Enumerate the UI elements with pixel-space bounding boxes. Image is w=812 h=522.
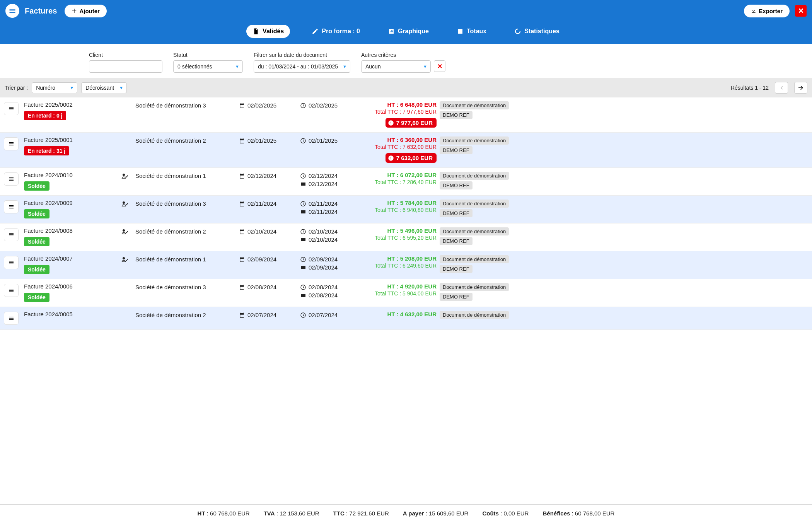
select-value: Aucun xyxy=(365,63,381,70)
tag: Document de démonstration xyxy=(440,101,509,109)
invoice-name: Facture 2024/0006 xyxy=(24,283,132,290)
invoice-row[interactable]: Facture 2024/0009SoldéeSociété de démons… xyxy=(0,196,812,223)
amount-ht: HT : 6 648,00 EUR xyxy=(361,101,437,108)
clear-filter-button[interactable]: ✕ xyxy=(434,60,445,72)
svg-point-0 xyxy=(515,29,520,34)
svg-point-5 xyxy=(123,174,125,176)
tab-label: Validés xyxy=(263,28,284,35)
row-menu-button[interactable] xyxy=(4,284,19,297)
status-badge: Soldée xyxy=(24,293,49,302)
status-badge: Soldée xyxy=(24,237,49,246)
tab-proforma[interactable]: Pro forma : 0 xyxy=(305,25,366,38)
paid-date: 02/11/2024 xyxy=(309,208,338,215)
row-menu-button[interactable] xyxy=(4,172,19,186)
sort-field-select[interactable]: Numéro ▼ xyxy=(32,82,77,93)
invoice-row[interactable]: Facture 2025/0001En retard : 31 jSociété… xyxy=(0,133,812,168)
tab-graphique[interactable]: Graphique xyxy=(382,25,435,38)
chevron-down-icon: ▼ xyxy=(423,64,427,69)
tag: DEMO REF xyxy=(440,265,473,273)
export-button-label: Exporter xyxy=(759,8,783,14)
footer-benef-label: Bénéfices xyxy=(542,510,570,517)
next-page-button[interactable] xyxy=(794,82,807,94)
clock-icon xyxy=(300,229,306,235)
plus-icon xyxy=(72,8,77,14)
company-name: Société de démonstration 3 xyxy=(135,101,236,109)
footer-ht-val: : 60 768,00 EUR xyxy=(205,510,250,517)
arrow-right-icon xyxy=(797,84,804,91)
row-menu-button[interactable] xyxy=(4,137,19,150)
invoice-name: Facture 2024/0005 xyxy=(24,311,132,317)
company-name: Société de démonstration 1 xyxy=(135,172,236,179)
clock-icon xyxy=(300,173,306,179)
paid-date: 02/12/2024 xyxy=(309,181,338,187)
tab-totaux[interactable]: Totaux xyxy=(450,25,493,38)
row-menu-button[interactable] xyxy=(4,256,19,269)
company-name: Société de démonstration 3 xyxy=(135,200,236,207)
tag: Document de démonstration xyxy=(440,136,509,145)
alert-icon xyxy=(388,155,394,161)
sortbar-label: Trier par : xyxy=(5,85,28,91)
signature-icon xyxy=(121,172,128,179)
results-count: Résultats 1 - 12 xyxy=(731,85,769,91)
row-menu-button[interactable] xyxy=(4,312,19,325)
amount-ttc: Total TTC : 6 595,20 EUR xyxy=(361,235,437,241)
invoice-row[interactable]: Facture 2024/0010SoldéeSociété de démons… xyxy=(0,168,812,196)
download-icon xyxy=(751,8,756,14)
document-date: 02/09/2024 xyxy=(247,256,276,263)
footer-tva-val: : 12 153,60 EUR xyxy=(275,510,319,517)
amount-ht: HT : 4 632,00 EUR xyxy=(361,311,437,317)
document-date: 02/10/2024 xyxy=(247,228,276,235)
card-icon xyxy=(300,237,306,243)
alert-icon xyxy=(388,120,394,126)
filter-other-select[interactable]: Aucun ▼ xyxy=(361,60,431,73)
filter-client-input[interactable] xyxy=(89,60,162,73)
due-date: 02/02/2025 xyxy=(309,102,338,109)
invoice-row[interactable]: Facture 2024/0007SoldéeSociété de démons… xyxy=(0,251,812,279)
filter-status-select[interactable]: 0 sélectionnés ▼ xyxy=(173,60,243,73)
tab-label: Graphique xyxy=(398,28,429,35)
row-menu-button[interactable] xyxy=(4,102,19,115)
svg-point-9 xyxy=(123,229,125,232)
calendar-icon xyxy=(239,312,245,318)
tag: Document de démonstration xyxy=(440,227,509,235)
amount-ht: HT : 6 072,00 EUR xyxy=(361,172,437,178)
close-button[interactable]: ✕ xyxy=(795,5,807,17)
row-menu-button[interactable] xyxy=(4,228,19,241)
spinner-icon xyxy=(514,28,521,35)
company-name: Société de démonstration 1 xyxy=(135,255,236,263)
document-icon xyxy=(252,28,259,35)
export-button[interactable]: Exporter xyxy=(744,5,790,17)
amount-ht: HT : 5 784,00 EUR xyxy=(361,200,437,206)
prev-page-button[interactable] xyxy=(775,82,788,94)
invoice-row[interactable]: Facture 2024/0008SoldéeSociété de démons… xyxy=(0,223,812,251)
invoice-row[interactable]: Facture 2024/0006SoldéeSociété de démons… xyxy=(0,279,812,307)
invoice-name: Facture 2024/0010 xyxy=(24,172,132,178)
footer-ttc-label: TTC xyxy=(333,510,345,517)
due-date: 02/01/2025 xyxy=(309,137,338,144)
tab-valides[interactable]: Validés xyxy=(246,25,290,38)
company-name: Société de démonstration 2 xyxy=(135,136,236,144)
paid-date: 02/08/2024 xyxy=(309,292,338,299)
amount-ttc: Total TTC : 7 977,60 EUR xyxy=(361,109,437,115)
card-icon xyxy=(300,264,306,271)
invoice-row[interactable]: Facture 2025/0002En retard : 0 jSociété … xyxy=(0,97,812,133)
signature-indicator xyxy=(121,256,128,264)
filter-date-select[interactable]: du : 01/03/2024 - au : 01/03/2025 ▼ xyxy=(254,60,350,73)
filter-client-label: Client xyxy=(89,52,162,58)
company-name: Société de démonstration 3 xyxy=(135,283,236,290)
card-icon xyxy=(300,209,306,215)
amount-ttc: Total TTC : 6 249,60 EUR xyxy=(361,263,437,269)
row-menu-button[interactable] xyxy=(4,200,19,213)
tab-statistiques[interactable]: Statistiques xyxy=(508,25,566,38)
sort-direction-select[interactable]: Décroissant ▼ xyxy=(81,82,127,93)
tag: DEMO REF xyxy=(440,146,473,154)
add-button[interactable]: Ajouter xyxy=(65,5,107,17)
tab-label: Statistiques xyxy=(524,28,560,35)
chart-icon xyxy=(388,28,395,35)
status-badge: Soldée xyxy=(24,181,49,191)
invoice-row[interactable]: Facture 2024/0005Société de démonstratio… xyxy=(0,307,812,330)
company-name: Société de démonstration 2 xyxy=(135,227,236,235)
calendar-icon xyxy=(239,173,245,179)
main-menu-button[interactable] xyxy=(5,4,19,18)
chevron-down-icon: ▼ xyxy=(70,85,74,90)
